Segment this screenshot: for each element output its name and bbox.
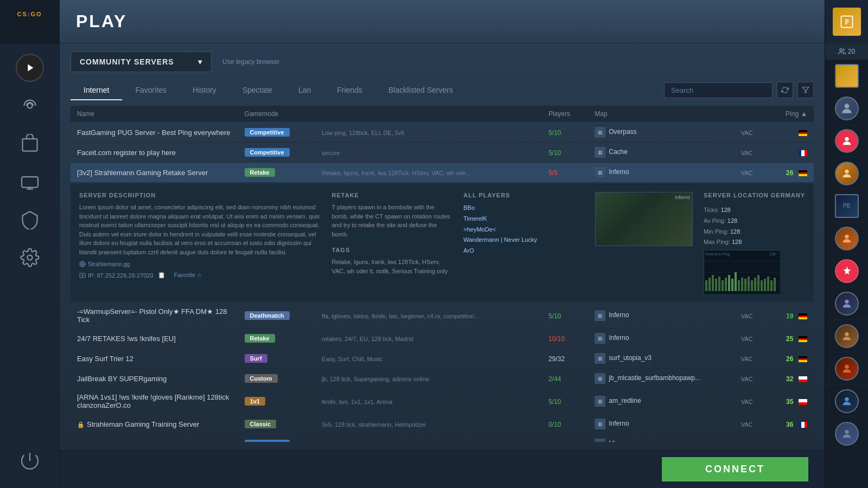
svg-point-37 bbox=[840, 49, 843, 52]
avatar-item-6[interactable] bbox=[825, 222, 869, 255]
left-sidebar: CS:GO bbox=[0, 0, 60, 488]
svg-point-1 bbox=[27, 104, 32, 108]
server-gamemode-cell: Competitive bbox=[238, 434, 316, 442]
table-row[interactable]: JailBreak BY SUPERgaming Custom jb, 128 … bbox=[71, 369, 814, 389]
connect-button[interactable]: CONNECT bbox=[662, 457, 808, 481]
server-ping-cell bbox=[768, 123, 814, 143]
filter-button[interactable] bbox=[797, 82, 814, 98]
server-table: Name Gamemode Players Map Ping ▲ bbox=[71, 106, 814, 442]
server-name-cell: 🔒Strahleman Gaming Training Server bbox=[71, 414, 238, 434]
sidebar-item-competitive[interactable] bbox=[0, 201, 59, 239]
tab-favorites[interactable]: Favorites bbox=[122, 80, 180, 100]
server-players-cell: 5/10 bbox=[542, 143, 588, 163]
refresh-button[interactable] bbox=[777, 82, 793, 98]
svg-rect-23 bbox=[741, 278, 743, 291]
avatar-item-3[interactable] bbox=[825, 125, 869, 157]
sidebar-item-power[interactable] bbox=[20, 442, 40, 480]
server-tags-cell: lgloves, lskins, lknife, lws, beginnerc4… bbox=[315, 434, 542, 442]
server-name-cell: FastGaming PUG Server - Best Ping everyw… bbox=[71, 123, 238, 143]
avatar-item-1[interactable] bbox=[825, 60, 869, 92]
server-type-dropdown[interactable]: COMMUNITY SERVERS ▾ bbox=[71, 52, 212, 72]
svg-rect-16 bbox=[718, 277, 720, 291]
server-map-cell: ▦surf_utopia_v3 bbox=[588, 349, 735, 369]
favorite-button[interactable]: Favorite ☆ bbox=[174, 272, 203, 279]
server-ping-cell: 36 bbox=[768, 434, 814, 442]
server-ping-cell: 19 bbox=[768, 303, 814, 329]
svg-text:Real time Ping: Real time Ping bbox=[705, 252, 730, 256]
server-vac-cell: VAC bbox=[735, 349, 768, 369]
avatar-item-4[interactable] bbox=[825, 157, 869, 190]
table-row[interactable]: -=WarmupServer=- Pistol Only★ FFA DM★ 12… bbox=[71, 303, 814, 329]
server-vac-cell: VAC bbox=[735, 389, 768, 414]
player-entry: TimerelK bbox=[463, 214, 584, 224]
svg-point-4 bbox=[27, 255, 32, 260]
server-vac-cell: VAC bbox=[735, 143, 768, 163]
svg-rect-29 bbox=[761, 280, 763, 291]
col-header-ping[interactable]: Ping ▲ bbox=[768, 106, 814, 123]
sidebar-item-store[interactable] bbox=[0, 125, 59, 163]
table-header-row: Name Gamemode Players Map Ping ▲ bbox=[71, 106, 814, 123]
avatar-item-5[interactable]: PB bbox=[825, 190, 869, 222]
expanded-content-cell: Server Description Lorem ipsum dolor sit… bbox=[71, 183, 814, 303]
avatar-item-12[interactable] bbox=[825, 418, 869, 450]
legacy-browser-link[interactable]: Use legacy browser bbox=[222, 58, 279, 66]
server-ping-cell: 32 bbox=[768, 369, 814, 389]
svg-rect-12 bbox=[705, 280, 707, 291]
table-row[interactable]: Faceit.com register to play here Competi… bbox=[71, 143, 814, 163]
table-row[interactable]: 🔒Strahleman Gaming Training Server Class… bbox=[71, 414, 814, 434]
server-browser: COMMUNITY SERVERS ▾ Use legacy browser I… bbox=[60, 43, 825, 450]
copy-ip-button[interactable]: 📋 bbox=[158, 272, 165, 279]
player-entry: >heyMoDe< bbox=[463, 224, 584, 235]
server-table-container[interactable]: Name Gamemode Players Map Ping ▲ bbox=[71, 106, 814, 442]
server-name-cell: Easy Surf Trier 12 bbox=[71, 349, 238, 369]
player-entry: ArO bbox=[463, 246, 584, 256]
table-row[interactable]: [ARNA 1vs1] !ws !knife !gloves [Rankme] … bbox=[71, 389, 814, 414]
server-gamemode-cell: 1v1 bbox=[238, 389, 316, 414]
svg-point-41 bbox=[845, 234, 848, 238]
tab-history[interactable]: History bbox=[180, 80, 229, 100]
sidebar-item-watch[interactable] bbox=[0, 163, 59, 201]
csgo-logo: CS:GO bbox=[0, 0, 60, 43]
server-ping-cell: 35 bbox=[768, 389, 814, 414]
tab-friends[interactable]: Friends bbox=[324, 80, 375, 100]
svg-rect-17 bbox=[722, 280, 724, 291]
tab-blacklisted[interactable]: Blacklisted Servers bbox=[375, 80, 466, 100]
server-tags-cell: jb, 128 tick, Supergaming, admins online bbox=[315, 369, 542, 389]
tab-internet[interactable]: Internet bbox=[71, 80, 122, 100]
sidebar-item-play[interactable] bbox=[0, 49, 59, 87]
tab-lan[interactable]: Lan bbox=[285, 80, 324, 100]
table-row[interactable]: FastGaming PUG Server - Best Ping everyw… bbox=[71, 123, 814, 143]
server-ping-cell: 36 bbox=[768, 414, 814, 434]
flag-icon bbox=[799, 170, 807, 176]
col-header-name: Name bbox=[71, 106, 238, 123]
avatar-item-9[interactable] bbox=[825, 320, 869, 352]
sidebar-item-broadcast[interactable] bbox=[0, 87, 59, 125]
table-row[interactable]: 99 Damage PUG Server Competitive lgloves… bbox=[71, 434, 814, 442]
table-row[interactable]: Easy Surf Trier 12 Surf Easy, Surf, Chil… bbox=[71, 349, 814, 369]
tab-spectate[interactable]: Spectate bbox=[229, 80, 285, 100]
search-input[interactable] bbox=[664, 82, 773, 98]
avatar-item-2[interactable] bbox=[825, 92, 869, 125]
server-players-cell: 10/10 bbox=[542, 329, 588, 349]
svg-rect-19 bbox=[728, 275, 730, 291]
top-skin-icon[interactable] bbox=[825, 0, 869, 43]
col-header-players: Players bbox=[542, 106, 588, 123]
flag-icon bbox=[799, 336, 807, 342]
avatar-item-11[interactable] bbox=[825, 385, 869, 418]
avatar-item-10[interactable] bbox=[825, 352, 869, 385]
svg-rect-20 bbox=[731, 279, 733, 291]
server-name-cell: -=WarmupServer=- Pistol Only★ FFA DM★ 12… bbox=[71, 303, 238, 329]
sidebar-item-settings[interactable] bbox=[0, 239, 59, 277]
avatar-item-8[interactable] bbox=[825, 287, 869, 320]
svg-marker-0 bbox=[28, 65, 33, 72]
server-name-cell: 99 Damage PUG Server bbox=[71, 434, 238, 442]
server-map-cell: ▦Overpass bbox=[588, 123, 735, 143]
server-tags-cell: secure bbox=[315, 143, 542, 163]
table-row[interactable]: [3v2] Strahlemann Gaming Retake Server R… bbox=[71, 163, 814, 183]
avatar-item-7[interactable] bbox=[825, 255, 869, 287]
table-row[interactable]: 24/7 RETAKES !ws !knifes [EU] Retake ret… bbox=[71, 329, 814, 349]
col-header-vac bbox=[735, 106, 768, 123]
ping-graph: Real time Ping 128 bbox=[704, 250, 780, 293]
svg-rect-3 bbox=[22, 177, 38, 188]
server-website-link[interactable]: Strahlemann.gg bbox=[79, 261, 321, 267]
